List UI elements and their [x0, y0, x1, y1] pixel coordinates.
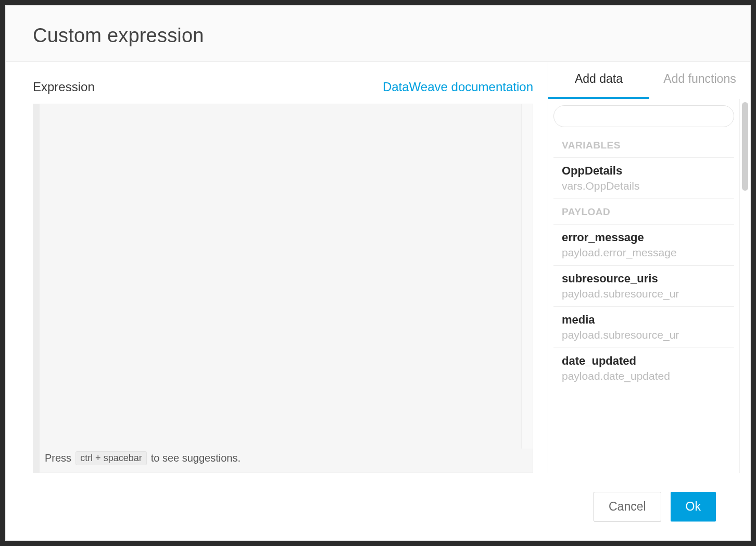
hint-prefix: Press [45, 452, 71, 464]
list-item[interactable]: error_message payload.error_message [553, 224, 734, 265]
expression-panel: Expression DataWeave documentation Press… [6, 62, 548, 473]
item-name: error_message [562, 231, 726, 244]
list-item[interactable]: media payload.subresource_ur [553, 306, 734, 348]
tab-add-functions[interactable]: Add functions [649, 62, 750, 99]
sidebar-inner: VARIABLES OppDetails vars.OppDetails PAY… [548, 99, 740, 473]
list-item[interactable]: date_updated payload.date_updated [553, 348, 734, 389]
scrollbar-thumb[interactable] [742, 102, 748, 191]
hint-suffix: to see suggestions. [151, 452, 241, 464]
expression-editor[interactable]: Press ctrl + spacebar to see suggestions… [33, 104, 533, 473]
list-item[interactable]: subresource_uris payload.subresource_ur [553, 265, 734, 306]
dataweave-doc-link[interactable]: DataWeave documentation [383, 80, 533, 94]
hint-kbd: ctrl + spacebar [75, 451, 147, 465]
editor-hint: Press ctrl + spacebar to see suggestions… [33, 445, 533, 473]
sidebar-search-input[interactable] [553, 105, 734, 127]
ok-button[interactable]: Ok [671, 492, 716, 522]
expression-header: Expression DataWeave documentation [33, 80, 533, 94]
sidebar-scrollbar[interactable] [740, 99, 750, 473]
editor-vertical-scrollbar[interactable] [521, 104, 533, 449]
section-header-payload: PAYLOAD [553, 198, 734, 224]
item-path: payload.error_message [562, 246, 726, 259]
section-header-variables: VARIABLES [553, 132, 734, 157]
item-name: media [562, 313, 726, 327]
item-path: payload.subresource_ur [562, 288, 726, 300]
item-path: vars.OppDetails [562, 180, 726, 192]
dialog-footer: Cancel Ok [6, 473, 750, 540]
dialog-header: Custom expression [6, 6, 750, 62]
expression-label: Expression [33, 80, 95, 94]
dialog-title: Custom expression [33, 24, 723, 47]
editor-gutter [33, 104, 40, 473]
item-name: subresource_uris [562, 272, 726, 286]
item-name: date_updated [562, 354, 726, 368]
item-name: OppDetails [562, 164, 726, 178]
custom-expression-dialog: Custom expression Expression DataWeave d… [5, 5, 751, 541]
dialog-body: Expression DataWeave documentation Press… [6, 62, 750, 473]
editor-text-area[interactable] [33, 104, 533, 445]
cancel-button[interactable]: Cancel [594, 492, 661, 522]
tab-add-data[interactable]: Add data [548, 62, 649, 99]
sidebar-panel: Add data Add functions VARIABLES OppDeta… [548, 62, 750, 473]
list-item[interactable]: OppDetails vars.OppDetails [553, 157, 734, 198]
item-path: payload.date_updated [562, 370, 726, 382]
sidebar-content: VARIABLES OppDetails vars.OppDetails PAY… [548, 99, 750, 473]
item-path: payload.subresource_ur [562, 329, 726, 341]
sidebar-tabs: Add data Add functions [548, 62, 750, 99]
